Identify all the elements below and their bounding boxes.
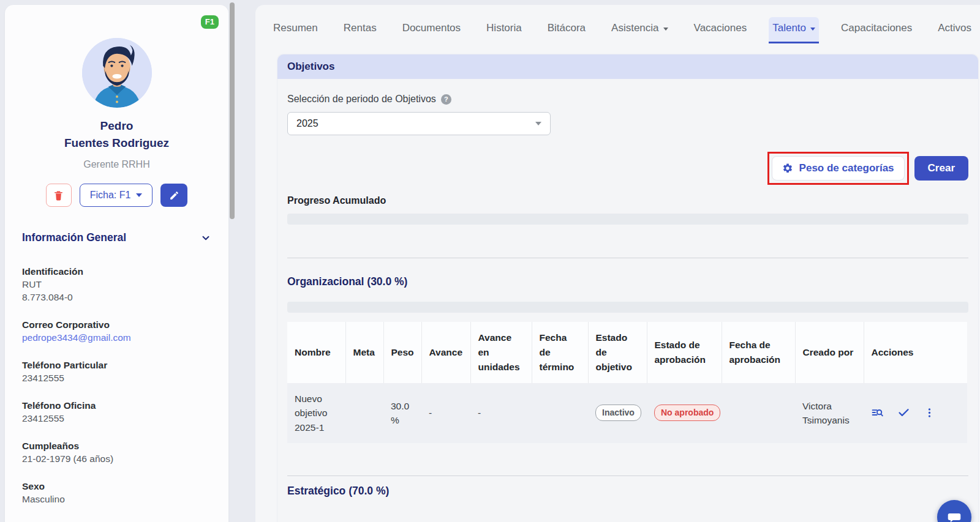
chat-bubble-icon	[946, 509, 962, 522]
approve-check-icon[interactable]	[897, 406, 910, 419]
cell-meta	[345, 383, 383, 443]
col-acciones: Acciones	[864, 322, 967, 383]
profile-tabs: Resumen Rentas Documentos Historia Bitác…	[255, 5, 980, 42]
chevron-down-icon	[535, 122, 541, 125]
tab-documentos[interactable]: Documentos	[399, 17, 464, 42]
objetivos-table: Nombre Meta Peso Avance Avance en unidad…	[287, 322, 967, 443]
gear-icon	[782, 163, 793, 174]
sidebar-scrollbar[interactable]	[230, 2, 235, 219]
status-badge-no-aprobado: No aprobado	[654, 405, 720, 421]
cell-avance-unidades: -	[470, 383, 532, 443]
tab-activos[interactable]: Activos	[934, 17, 975, 42]
employee-sidebar: F1	[5, 5, 228, 522]
edit-employee-button[interactable]	[160, 184, 187, 207]
section-organizacional-title: Organizacional (30.0 %)	[287, 275, 968, 288]
col-fecha-termino: Fecha de término	[532, 322, 588, 383]
col-avance-unidades: Avance en unidades	[470, 322, 532, 383]
chevron-down-icon	[136, 193, 142, 197]
kebab-menu-icon[interactable]	[924, 406, 935, 419]
tab-asistencia[interactable]: Asistencia	[608, 17, 671, 42]
info-general-section-header[interactable]: Información General	[22, 231, 211, 244]
period-select-value: 2025	[296, 118, 318, 129]
period-select[interactable]: 2025	[287, 112, 551, 135]
tab-historia[interactable]: Historia	[483, 17, 526, 42]
employee-name: Pedro Fuentes Rodriguez	[5, 117, 228, 152]
cell-peso: 30.0 %	[383, 383, 421, 443]
cell-estado-aprobacion: No aprobado	[647, 383, 722, 443]
field-correo-corporativo: Correo Corporativo pedrope3434@gmail.com	[22, 318, 211, 344]
field-identificacion: Identificación RUT 8.773.084-0	[22, 265, 211, 304]
tab-resumen[interactable]: Resumen	[270, 17, 322, 42]
peso-categorias-button[interactable]: Peso de categorías	[772, 156, 905, 181]
col-meta: Meta	[345, 322, 383, 383]
objetivos-card: Objetivos Selección de periodo de Objeti…	[277, 54, 979, 522]
organizacional-progress-bar	[287, 302, 968, 313]
chevron-down-icon[interactable]	[200, 233, 211, 244]
ficha-selector-label: Ficha: F1	[90, 190, 131, 201]
period-select-label: Selección de periodo de Objetivos	[287, 94, 436, 105]
col-avance: Avance	[421, 322, 470, 383]
tab-bitacora[interactable]: Bitácora	[544, 17, 589, 42]
avatar	[82, 38, 152, 108]
tab-rentas[interactable]: Rentas	[340, 17, 380, 42]
cell-fecha-aprobacion	[722, 383, 795, 443]
cell-creado-por: Victora Tsimoyanis	[795, 383, 864, 443]
tab-talento[interactable]: Talento	[769, 17, 819, 42]
divider	[287, 475, 968, 476]
cell-acciones	[864, 383, 967, 443]
col-estado-objetivo: Estado de objetivo	[588, 322, 647, 383]
cell-estado-objetivo: Inactivo	[588, 383, 647, 443]
progreso-acumulado-bar	[287, 214, 968, 225]
tab-vacaciones[interactable]: Vacaciones	[690, 17, 751, 42]
cell-fecha-termino	[532, 383, 588, 443]
tab-capacitaciones[interactable]: Capacitaciones	[837, 17, 916, 42]
objetivos-card-title: Objetivos	[277, 54, 978, 79]
ficha-badge: F1	[201, 15, 219, 29]
trash-icon	[53, 190, 64, 201]
info-fields: Identificación RUT 8.773.084-0 Correo Co…	[22, 265, 211, 522]
crear-button[interactable]: Crear	[914, 156, 968, 181]
col-peso: Peso	[383, 322, 421, 383]
ficha-selector-button[interactable]: Ficha: F1	[80, 184, 153, 207]
employee-role: Gerente RRHH	[5, 159, 228, 170]
divider	[287, 258, 968, 258]
col-creado-por: Creado por	[795, 322, 864, 383]
pencil-icon	[169, 190, 179, 201]
email-link[interactable]: pedrope3434@gmail.com	[22, 331, 211, 344]
table-header-row: Nombre Meta Peso Avance Avance en unidad…	[287, 322, 967, 383]
status-badge-inactivo: Inactivo	[595, 405, 641, 421]
cell-nombre: Nuevo objetivo 2025-1	[287, 383, 345, 443]
main-panel: Resumen Rentas Documentos Historia Bitác…	[255, 5, 980, 522]
field-cumpleanos: Cumpleaños 21-02-1979 (46 años)	[22, 439, 211, 465]
field-telefono-particular: Teléfono Particular 23412555	[22, 359, 211, 384]
table-row: Nuevo objetivo 2025-1 30.0 % - - Inactiv…	[287, 383, 967, 443]
col-fecha-aprobacion: Fecha de aprobación	[722, 322, 795, 383]
help-icon[interactable]: ?	[441, 94, 451, 105]
delete-employee-button[interactable]	[46, 184, 72, 207]
info-general-title: Información General	[22, 231, 126, 244]
chevron-down-icon	[810, 28, 815, 31]
field-telefono-oficina: Teléfono Oficina 23412555	[22, 399, 211, 425]
view-details-icon[interactable]	[871, 406, 884, 419]
field-sexo: Sexo Masculino	[22, 480, 211, 505]
progreso-acumulado-label: Progreso Acumulado	[287, 195, 968, 206]
cell-avance: -	[421, 383, 470, 443]
col-estado-aprobacion: Estado de aprobación	[647, 322, 722, 383]
col-nombre: Nombre	[287, 322, 345, 383]
chevron-down-icon	[663, 28, 668, 31]
section-estrategico-title: Estratégico (70.0 %)	[287, 485, 968, 498]
